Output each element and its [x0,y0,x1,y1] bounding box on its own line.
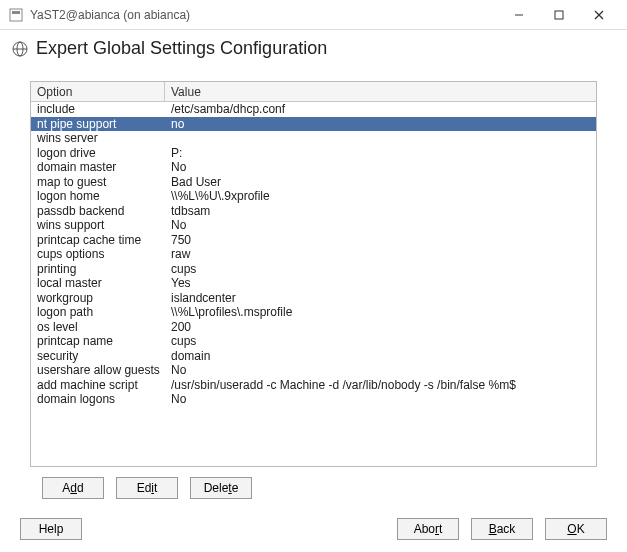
cell-option: wins support [31,218,165,233]
table-row[interactable]: workgroupislandcenter [31,291,596,306]
cell-option: logon drive [31,146,165,161]
maximize-button[interactable] [539,1,579,29]
cell-value: no [165,117,596,132]
back-button[interactable]: Back [471,518,533,540]
cell-option: add machine script [31,378,165,393]
cell-option: logon home [31,189,165,204]
table-row[interactable]: add machine script/usr/sbin/useradd -c M… [31,378,596,393]
table-row[interactable]: domain masterNo [31,160,596,175]
cell-option: domain logons [31,392,165,407]
titlebar: YaST2@abianca (on abianca) [0,0,627,30]
table-row[interactable]: wins supportNo [31,218,596,233]
cell-option: nt pipe support [31,117,165,132]
table-row[interactable]: printcap cache time750 [31,233,596,248]
cell-option: printcap name [31,334,165,349]
close-button[interactable] [579,1,619,29]
cell-option: usershare allow guests [31,363,165,378]
help-button[interactable]: Help [20,518,82,540]
cell-value: No [165,218,596,233]
table-row[interactable]: nt pipe supportno [31,117,596,132]
cell-value: 750 [165,233,596,248]
delete-button[interactable]: Delete [190,477,252,499]
table-row[interactable]: wins server [31,131,596,146]
table-row[interactable]: passdb backendtdbsam [31,204,596,219]
table-row[interactable]: printingcups [31,262,596,277]
table-row[interactable]: local masterYes [31,276,596,291]
cell-option: printing [31,262,165,277]
cell-option: include [31,102,165,117]
cell-value: \\%L\%U\.9xprofile [165,189,596,204]
svg-rect-3 [555,11,563,19]
heading-row: Expert Global Settings Configuration [0,30,627,63]
minimize-button[interactable] [499,1,539,29]
table-row[interactable]: usershare allow guestsNo [31,363,596,378]
page-title: Expert Global Settings Configuration [36,38,327,59]
ok-button[interactable]: OK [545,518,607,540]
table-row[interactable]: logon path\\%L\profiles\.msprofile [31,305,596,320]
cell-value: Yes [165,276,596,291]
cell-option: logon path [31,305,165,320]
cell-value: /etc/samba/dhcp.conf [165,102,596,117]
table-row[interactable]: map to guestBad User [31,175,596,190]
column-header-option[interactable]: Option [31,82,165,101]
table-row[interactable]: cups optionsraw [31,247,596,262]
cell-value: tdbsam [165,204,596,219]
add-button[interactable]: Add [42,477,104,499]
cell-value: cups [165,262,596,277]
cell-value: P: [165,146,596,161]
app-icon [8,7,24,23]
cell-option: cups options [31,247,165,262]
cell-value [165,131,596,146]
table-row[interactable]: include/etc/samba/dhcp.conf [31,102,596,117]
cell-option: local master [31,276,165,291]
abort-button[interactable]: Abort [397,518,459,540]
cell-value: No [165,392,596,407]
cell-option: workgroup [31,291,165,306]
cell-value: /usr/sbin/useradd -c Machine -d /var/lib… [165,378,596,393]
cell-value: islandcenter [165,291,596,306]
globe-icon [10,39,30,59]
cell-value: raw [165,247,596,262]
cell-option: passdb backend [31,204,165,219]
svg-rect-0 [10,9,22,21]
svg-rect-1 [12,11,20,14]
table-row[interactable]: logon driveP: [31,146,596,161]
cell-value: cups [165,334,596,349]
cell-value: No [165,363,596,378]
cell-option: os level [31,320,165,335]
table-row[interactable]: domain logonsNo [31,392,596,407]
cell-value: Bad User [165,175,596,190]
settings-table[interactable]: Option Value include/etc/samba/dhcp.conf… [30,81,597,467]
cell-value: domain [165,349,596,364]
cell-option: map to guest [31,175,165,190]
column-header-value[interactable]: Value [165,82,596,101]
table-row[interactable]: logon home\\%L\%U\.9xprofile [31,189,596,204]
cell-value: \\%L\profiles\.msprofile [165,305,596,320]
cell-value: 200 [165,320,596,335]
cell-option: security [31,349,165,364]
cell-value: No [165,160,596,175]
edit-button[interactable]: Edit [116,477,178,499]
cell-option: printcap cache time [31,233,165,248]
table-row[interactable]: securitydomain [31,349,596,364]
table-row[interactable]: printcap namecups [31,334,596,349]
table-header: Option Value [31,82,596,102]
cell-option: wins server [31,131,165,146]
window-title: YaST2@abianca (on abianca) [30,8,190,22]
table-row[interactable]: os level200 [31,320,596,335]
bottom-bar: Help Abort Back OK [0,518,627,540]
cell-option: domain master [31,160,165,175]
